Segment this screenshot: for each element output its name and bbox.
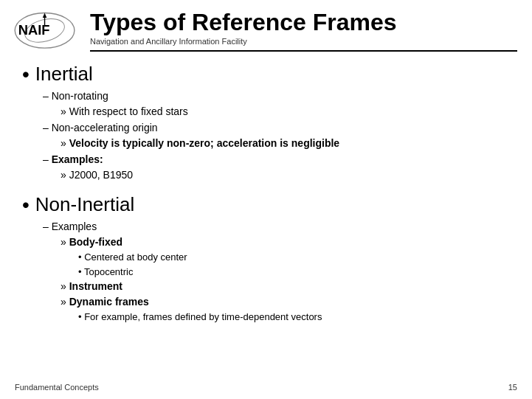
bullet-dot-2: • (22, 195, 30, 215)
title-area: Types of Reference Frames Navigation and… (90, 10, 517, 52)
inertial-examples-children: J2000, B1950 (43, 167, 510, 183)
inertial-heading: • Inertial (22, 63, 510, 86)
content: • Inertial Non-rotating With respect to … (0, 52, 532, 342)
inertial-nonrotating: Non-rotating With respect to fixed stars (43, 89, 510, 119)
footer: Fundamental Concepts 15 (15, 383, 517, 392)
nonrotating-children: With respect to fixed stars (43, 104, 510, 119)
noninertial-heading: • Non-Inertial (22, 193, 510, 216)
page-title: Types of Reference Frames (90, 10, 517, 35)
nonrotating-child-1: With respect to fixed stars (61, 104, 510, 119)
inertial-label: Inertial (35, 63, 93, 86)
instrument-item: Instrument (61, 279, 510, 294)
svg-text:NAIF: NAIF (18, 22, 50, 38)
naif-logo: NAIF (12, 9, 78, 49)
noninertial-sub-list: Examples Body-fixed Centered at body cen… (22, 219, 510, 325)
dynamicframes-children: For example, frames defined by time-depe… (61, 310, 510, 325)
bodyfixed-child-1: Centered at body center (78, 250, 510, 265)
noninertial-label: Non-Inertial (35, 193, 134, 216)
inertial-example-1: J2000, B1950 (61, 167, 510, 183)
dynamicframes-child-1: For example, frames defined by time-depe… (78, 310, 510, 325)
bodyfixed-children: Centered at body center Topocentric (61, 250, 510, 279)
footer-right: 15 (508, 383, 517, 392)
bodyfixed-item: Body-fixed Centered at body center Topoc… (61, 235, 510, 279)
bullet-dot-1: • (22, 64, 30, 85)
dynamicframes-item: Dynamic frames For example, frames defin… (61, 294, 510, 325)
header: NAIF Types of Reference Frames Navigatio… (0, 0, 532, 52)
noninertial-examples: Examples Body-fixed Centered at body cen… (43, 219, 510, 325)
subtitle: Navigation and Ancillary Information Fac… (90, 37, 517, 46)
noninertial-section: • Non-Inertial Examples Body-fixed Cente… (22, 193, 510, 325)
footer-left: Fundamental Concepts (15, 383, 99, 392)
inertial-examples: Examples: J2000, B1950 (43, 152, 510, 183)
logo-area: NAIF (12, 9, 78, 52)
noninertial-examples-children: Body-fixed Centered at body center Topoc… (43, 235, 510, 325)
inertial-sub-list: Non-rotating With respect to fixed stars… (22, 89, 510, 183)
nonaccel-children: Velocity is typically non-zero; accelera… (43, 136, 510, 151)
page-container: NAIF Types of Reference Frames Navigatio… (0, 0, 532, 399)
nonaccel-child-1: Velocity is typically non-zero; accelera… (61, 136, 510, 151)
inertial-section: • Inertial Non-rotating With respect to … (22, 63, 510, 183)
bodyfixed-child-2: Topocentric (78, 265, 510, 280)
inertial-nonaccel: Non-accelerating origin Velocity is typi… (43, 120, 510, 151)
svg-marker-2 (43, 13, 47, 18)
